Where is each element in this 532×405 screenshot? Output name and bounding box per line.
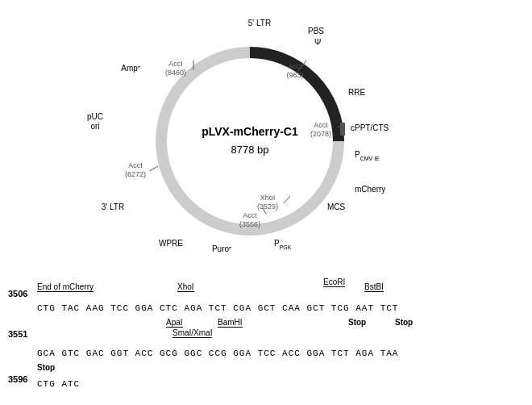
sequence-section: 3506 End of mCherry XhoI EcoRI BstBI CTG… [0, 274, 532, 405]
cppt-marker [340, 123, 345, 136]
label-8460: (8460) [165, 69, 186, 77]
label-ppgk: PPGK [274, 239, 292, 250]
seq-text-3596: CTG ATC [37, 379, 524, 389]
seq-pos-3596: 3596 [8, 363, 37, 384]
label-smai-seq: SmaI/XmaI [172, 328, 212, 338]
label-end-mcherry: End of mCherry [37, 282, 94, 292]
label-bamhi-seq: BamHI [218, 318, 243, 328]
seq-line-3506: 3506 End of mCherry XhoI EcoRI BstBI CTG… [8, 278, 524, 313]
label-pbs: PBS [308, 27, 324, 35]
plasmid-diagram: 5' LTR PBS Ψ AccI (8460) AccI (963) RRE … [0, 0, 532, 274]
label-psi: Ψ [314, 38, 321, 47]
label-xhoi-seq: XhoI [177, 282, 194, 292]
seq-text-3506: CTG TAC AAG TCC GGA CTC AGA TCT CGA GCT … [37, 303, 524, 313]
label-puro: Puroʳ [212, 244, 231, 253]
label-3529: (3529) [257, 202, 278, 211]
label-ecori-seq: EcoRI [323, 278, 345, 287]
label-puc-ori: pUC [87, 112, 103, 121]
plasmid-name: pLVX-mCherry-C1 [202, 125, 298, 138]
label-amp: Ampʳ [121, 64, 140, 73]
seq-block-3551: ApaI BamHI SmaI/XmaI Stop Stop GCA GTC G… [37, 318, 524, 358]
label-stop-3: Stop [37, 363, 55, 372]
label-mcherry: mCherry [355, 185, 385, 194]
label-stop-2: Stop [395, 318, 413, 327]
label-6272: (6272) [125, 170, 146, 178]
svg-line-4 [284, 196, 290, 203]
label-3556: (3556) [239, 220, 260, 228]
label-cppt: cPPT/CTS [351, 123, 389, 132]
seq-line-3551: 3551 ApaI BamHI SmaI/XmaI Stop Stop GCA … [8, 318, 524, 358]
label-acci-8460: AccI [168, 60, 183, 68]
label-acci-2078: AccI [314, 121, 328, 129]
label-acci-3556: AccI [243, 211, 257, 219]
seq-block-3506: End of mCherry XhoI EcoRI BstBI CTG TAC … [37, 278, 524, 313]
label-stop-1: Stop [348, 318, 366, 327]
seq-text-3551: GCA GTC GAC GGT ACC GCG GGC CCG GGA TCC … [37, 349, 524, 358]
label-wpre: WPRE [159, 239, 183, 248]
label-pcmvie: PCMV IE [355, 150, 380, 161]
label-mcs: MCS [327, 202, 346, 211]
seq-line-3596: 3596 Stop CTG ATC [8, 363, 524, 389]
label-ori: ori [90, 122, 99, 131]
label-apai-seq: ApaI [166, 318, 183, 328]
seq-pos-3506: 3506 [8, 278, 37, 299]
label-rre: RRE [348, 88, 365, 97]
label-bstbi-seq: BstBI [364, 282, 384, 292]
seq-block-3596: Stop CTG ATC [37, 363, 524, 389]
label-963: (963) [286, 71, 303, 79]
label-acci-6272: AccI [128, 161, 143, 169]
label-3ltr: 3' LTR [102, 202, 124, 211]
plasmid-size: 8778 bp [231, 144, 269, 156]
label-5ltr: 5' LTR [248, 19, 271, 27]
seq-pos-3551: 3551 [8, 318, 37, 339]
label-2078: (2078) [310, 130, 331, 138]
label-xhoi-3529: XhoI [260, 194, 276, 202]
svg-line-6 [149, 166, 158, 171]
